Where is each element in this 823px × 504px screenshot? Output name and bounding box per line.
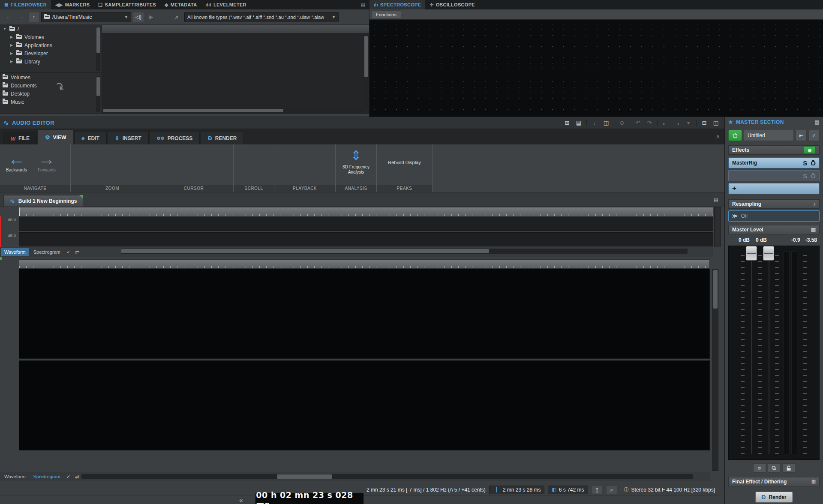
effect-slot-masterrig[interactable]: MasterRig S Ō: [728, 157, 820, 168]
navigate-back-icon[interactable]: ←: [660, 119, 670, 127]
nav-forward-button[interactable]: →: [15, 12, 27, 22]
tab-edit[interactable]: eEDIT: [74, 132, 107, 144]
tab-levelmeter[interactable]: ılılLEVELMETER: [201, 0, 250, 9]
3d-frequency-analysis-button[interactable]: ⇕ 3D Frequency Analysis: [336, 148, 376, 175]
settings-icon[interactable]: ⊙: [617, 119, 627, 127]
spectrogram-left-channel[interactable]: [19, 269, 710, 359]
tab-spectroscope[interactable]: ılıSPECTROSCOPE: [369, 0, 425, 9]
zoom-status-icon[interactable]: ⌕: [606, 486, 617, 494]
tab-file[interactable]: wFILE: [3, 132, 37, 144]
layout-icon[interactable]: ◫: [711, 119, 721, 127]
dropdown-icon[interactable]: ▾: [683, 119, 694, 127]
check-option-icon[interactable]: ✓: [65, 249, 72, 255]
audition-button[interactable]: ◁): [133, 12, 144, 22]
tab-process[interactable]: ⚙⚙PROCESS: [150, 132, 200, 144]
favorite-item-desktop[interactable]: Desktop: [0, 90, 102, 98]
effect-slot-empty[interactable]: S Ō: [728, 170, 820, 181]
resampling-slot[interactable]: ≫ Off: [728, 210, 820, 222]
shuffle-icon[interactable]: ⇄: [73, 249, 81, 255]
master-fader-left[interactable]: [746, 246, 757, 261]
tree-scrollbar[interactable]: [96, 27, 100, 71]
document-tab[interactable]: ∿ Build 1 New Beginnings: [3, 195, 83, 207]
favorite-item-music[interactable]: Music: [0, 98, 102, 106]
overview-waveform-right[interactable]: [19, 232, 713, 246]
overview-waveform-left[interactable]: [19, 217, 713, 231]
main-time-ruler[interactable]: [19, 259, 710, 269]
monitor-icon[interactable]: ▯: [592, 486, 603, 494]
forwards-button[interactable]: →Forwards: [38, 150, 56, 172]
tab-view[interactable]: ⚙VIEW: [38, 130, 73, 144]
save-as-icon[interactable]: ◫: [601, 119, 611, 127]
favorite-item-documents[interactable]: Documents: [0, 81, 102, 90]
main-vscrollbar[interactable]: [712, 269, 718, 471]
overview-viewrange-indicator[interactable]: [19, 207, 20, 216]
master-preset-field[interactable]: Untitled: [744, 130, 794, 141]
render-button[interactable]: Ð Render: [755, 492, 793, 503]
effects-visibility-toggle[interactable]: ◉: [804, 146, 816, 154]
transport-collapse-icon[interactable]: «: [239, 496, 243, 504]
check-option-icon[interactable]: ✓: [65, 474, 72, 480]
search-icon[interactable]: ⌕: [171, 12, 183, 22]
resampling-header[interactable]: Resampling ♪: [728, 199, 820, 209]
master-fader-right[interactable]: [763, 246, 774, 261]
final-effect-header[interactable]: Final Effect / Dithering ⊞: [728, 477, 820, 486]
overview-tab-spectrogram[interactable]: Spectrogram: [30, 248, 64, 256]
effects-header[interactable]: Effects ◉: [728, 145, 820, 155]
panel-options-icon[interactable]: ▤: [357, 0, 369, 9]
add-effect-button[interactable]: +: [728, 183, 820, 194]
cursor-time-box[interactable]: ▕▏2 mn 23 s 28 ms: [489, 486, 545, 494]
nav-back-button[interactable]: ←: [3, 12, 14, 22]
solo-icon[interactable]: S: [803, 159, 807, 167]
tab-sampleattributes[interactable]: ❑SAMPLEATTRIBUTES: [94, 0, 160, 9]
ribbon-collapse-icon[interactable]: ᐱ: [716, 135, 719, 139]
unlock-button[interactable]: [782, 463, 795, 473]
functions-button[interactable]: Functions: [371, 10, 401, 19]
meter-options-button[interactable]: ≡: [753, 463, 766, 473]
format-info[interactable]: ⓘStereo 32 bit F 44 100 Hz [320 kbps]: [621, 486, 718, 494]
main-tab-spectrogram[interactable]: Spectrogram: [30, 473, 64, 480]
tab-oscilloscope[interactable]: ✛OSCILLOSCOPE: [425, 0, 479, 9]
tab-filebrowser[interactable]: ≣FILEBROWSER: [0, 0, 51, 9]
file-type-filter-dropdown[interactable]: All known file types (*.wav *.aif *.aiff…: [184, 12, 339, 22]
shuffle-icon[interactable]: ⇄: [73, 474, 81, 480]
bypass-icon[interactable]: Ō: [811, 159, 816, 167]
overview-zoom-scrollbar[interactable]: [714, 207, 721, 247]
navigate-forward-icon[interactable]: →: [672, 119, 682, 127]
tree-item-developer[interactable]: ▶Developer: [0, 49, 102, 57]
rebuild-display-button[interactable]: Rebuild Display: [377, 160, 432, 165]
undo-icon[interactable]: ↶: [633, 119, 643, 127]
preset-check-icon[interactable]: ✓: [808, 130, 820, 141]
path-dropdown[interactable]: /Users/Tim/Music ▼: [41, 12, 131, 22]
open-file-icon[interactable]: ▤: [574, 119, 584, 127]
file-list-scrollbar[interactable]: [364, 35, 368, 107]
tree-item-volumes[interactable]: ▶Volumes: [0, 33, 102, 41]
spectrogram-right-channel[interactable]: [19, 360, 710, 450]
selection-length-box[interactable]: ◧6 s 742 ms: [548, 486, 588, 494]
overview-playhead[interactable]: [0, 216, 1, 247]
tab-markers[interactable]: ◀▶MARKERS: [51, 0, 94, 9]
main-hscrollbar[interactable]: [81, 474, 693, 479]
main-tab-waveform[interactable]: Waveform: [1, 473, 29, 480]
overview-tab-waveform[interactable]: Waveform: [1, 248, 29, 256]
tree-item-applications[interactable]: ▶Applications: [0, 41, 102, 49]
favorite-item-volumes[interactable]: Volumes: [0, 73, 102, 81]
fader-track-left[interactable]: [751, 251, 752, 454]
auto-play-button[interactable]: ▶: [146, 12, 157, 22]
nav-up-button[interactable]: ↑: [28, 12, 39, 22]
fader-track-right[interactable]: [768, 251, 769, 454]
link-faders-button[interactable]: ⧉: [768, 463, 781, 473]
tab-insert[interactable]: ⇩INSERT: [108, 132, 149, 144]
maximize-icon[interactable]: ⊟: [699, 119, 709, 127]
new-file-icon[interactable]: ⊞: [562, 119, 572, 127]
master-power-button[interactable]: [728, 130, 742, 141]
overview-hscrollbar[interactable]: [121, 249, 688, 254]
file-list-hscrollbar[interactable]: [103, 108, 362, 113]
master-menu-icon[interactable]: ▤: [814, 119, 820, 125]
reset-icon[interactable]: ⇤: [796, 130, 807, 141]
favorites-scrollbar[interactable]: [96, 76, 100, 112]
backwards-button[interactable]: ←Backwards: [6, 150, 27, 172]
save-icon[interactable]: ↓: [589, 119, 600, 127]
redo-icon[interactable]: ↷: [644, 119, 655, 127]
overview-time-ruler[interactable]: [19, 207, 713, 216]
tab-metadata[interactable]: ◈METADATA: [160, 0, 201, 9]
